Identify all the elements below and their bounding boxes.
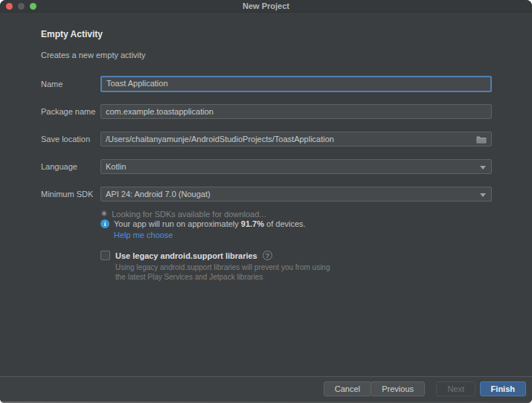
device-percent: 91.7% (241, 219, 264, 228)
page-title: Empty Activity (41, 29, 103, 39)
folder-icon (476, 135, 487, 144)
help-question-icon[interactable]: ? (263, 251, 272, 260)
browse-folder-button[interactable] (473, 133, 490, 145)
previous-button[interactable]: Previous (371, 381, 425, 396)
legacy-support-label: Use legacy android.support libraries (115, 251, 257, 260)
legacy-support-description: Using legacy android.support libraries w… (115, 262, 330, 282)
chevron-down-icon (480, 193, 486, 197)
cancel-button[interactable]: Cancel (324, 381, 371, 396)
next-button: Next (436, 381, 475, 396)
device-coverage-text: Your app will run on approximately 91.7%… (114, 219, 306, 228)
window-title: New Project (0, 0, 532, 13)
legacy-support-row: Use legacy android.support libraries ? (100, 251, 272, 260)
minimum-sdk-value: API 24: Android 7.0 (Nougat) (106, 190, 211, 199)
titlebar: New Project (0, 0, 532, 13)
language-value: Kotlin (106, 162, 126, 171)
package-name-label: Package name (41, 107, 95, 116)
save-location-value: /Users/chaitanyamunje/AndroidStudioProje… (106, 135, 334, 144)
finish-button[interactable]: Finish (480, 381, 526, 396)
chevron-down-icon (480, 166, 486, 170)
help-me-choose-link[interactable]: Help me choose (114, 230, 173, 239)
device-coverage-row: i Your app will run on approximately 91.… (100, 219, 306, 228)
minimum-sdk-label: Minimum SDK (41, 190, 93, 199)
new-project-dialog: New Project Empty Activity Creates a new… (0, 0, 532, 403)
name-input[interactable]: Toast Application (100, 76, 492, 92)
package-name-input[interactable]: com.example.toastapplication (100, 104, 492, 119)
sdk-loading-row: ✳ Looking for SDKs available for downloa… (100, 209, 266, 219)
info-icon: i (100, 219, 109, 228)
name-label: Name (41, 80, 63, 88)
footer: Cancel Previous Next Finish (0, 377, 532, 403)
language-dropdown[interactable]: Kotlin (100, 159, 492, 174)
page-subtitle: Creates a new empty activity (41, 51, 146, 59)
save-location-input[interactable]: /Users/chaitanyamunje/AndroidStudioProje… (100, 132, 492, 146)
spinner-icon: ✳ (100, 209, 107, 219)
language-label: Language (41, 162, 77, 171)
minimum-sdk-dropdown[interactable]: API 24: Android 7.0 (Nougat) (100, 187, 492, 202)
sdk-loading-text: Looking for SDKs available for download.… (112, 210, 266, 219)
legacy-support-checkbox[interactable] (100, 251, 110, 260)
save-location-label: Save location (41, 135, 90, 144)
